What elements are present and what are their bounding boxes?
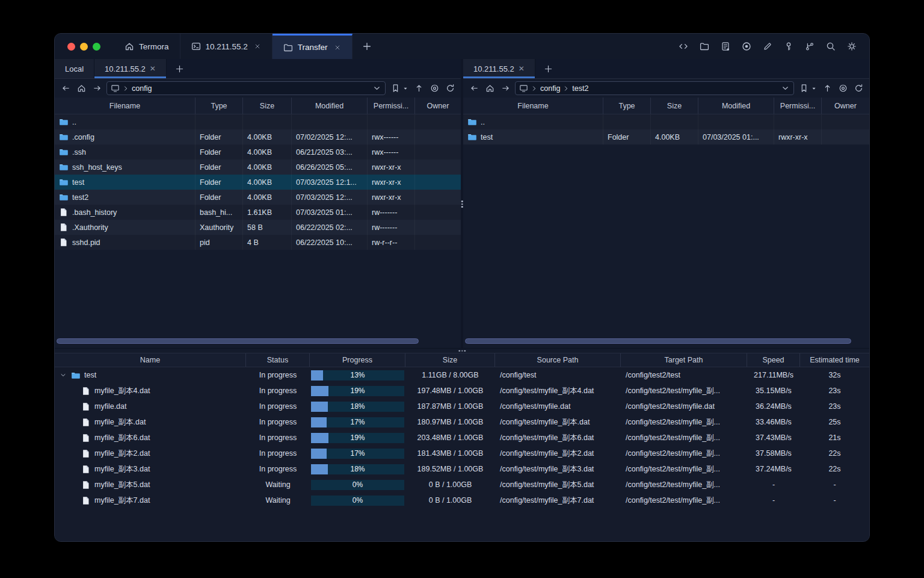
column-header-estimated-time[interactable]: Estimated time: [800, 353, 869, 367]
chevron-down-icon[interactable]: [372, 84, 381, 93]
caret-down-icon[interactable]: [402, 85, 409, 92]
caret-down-icon[interactable]: [810, 85, 818, 92]
progress-bar: 19%: [311, 386, 404, 396]
path-bar[interactable]: config: [106, 81, 386, 95]
file-row[interactable]: test Folder 4.00KB 07/03/2025 01:... rwx…: [463, 129, 869, 144]
folder-icon: [700, 42, 709, 51]
column-header-modified[interactable]: Modified: [698, 98, 774, 114]
bookmark-button[interactable]: [798, 82, 810, 95]
file-row[interactable]: ..: [463, 114, 869, 129]
column-header-speed[interactable]: Speed: [747, 353, 800, 367]
column-header-modified[interactable]: Modified: [292, 98, 368, 114]
tab-host-terminal[interactable]: 10.211.55.2: [180, 34, 273, 59]
chevron-down-icon[interactable]: [60, 371, 67, 379]
column-header-size[interactable]: Size: [243, 98, 292, 114]
file-row[interactable]: .Xauthority Xauthority 58 B 06/22/2025 0…: [55, 220, 461, 235]
new-panel-tab-button[interactable]: [535, 59, 561, 78]
transfer-row[interactable]: myfile_副本5.dat Waiting 0% 0 B / 1.00GB /…: [55, 477, 869, 493]
column-header-type[interactable]: Type: [603, 98, 651, 114]
path-segment[interactable]: test2: [572, 84, 588, 93]
new-panel-tab-button[interactable]: [167, 59, 192, 78]
file-icon: [81, 449, 90, 458]
column-header-permissions[interactable]: Permissi...: [774, 98, 822, 114]
log-button[interactable]: [719, 40, 732, 53]
file-row[interactable]: ..: [55, 114, 461, 129]
path-segment[interactable]: config: [540, 84, 560, 93]
refresh-button[interactable]: [852, 82, 864, 95]
tab-remote-host[interactable]: 10.211.55.2 ✕: [94, 59, 167, 78]
chevron-down-icon[interactable]: [781, 84, 790, 93]
search-button[interactable]: [824, 40, 837, 53]
file-row[interactable]: .bash_history bash_hi... 1.61KB 07/03/20…: [55, 205, 461, 220]
scrollbar-thumb[interactable]: [57, 338, 419, 344]
file-row[interactable]: .ssh Folder 4.00KB 06/21/2025 03:... rwx…: [55, 144, 461, 160]
settings-button[interactable]: [845, 40, 858, 53]
file-row-selected[interactable]: test Folder 4.00KB 07/03/2025 12:1... rw…: [55, 175, 461, 190]
tab-remote-host[interactable]: 10.211.55.2 ✕: [463, 59, 535, 78]
file-row[interactable]: ssh_host_keys Folder 4.00KB 06/26/2025 0…: [55, 160, 461, 175]
column-header-progress[interactable]: Progress: [310, 353, 405, 367]
tab-transfer[interactable]: Transfer: [273, 34, 353, 59]
forward-button[interactable]: [499, 82, 511, 95]
transfer-row[interactable]: myfile_副本.dat In progress 17% 180.97MB /…: [55, 414, 869, 430]
edit-button[interactable]: [761, 40, 774, 53]
column-header-target-path[interactable]: Target Path: [621, 353, 747, 367]
tab-local[interactable]: Local: [55, 59, 94, 78]
close-icon[interactable]: [334, 44, 341, 51]
column-header-owner[interactable]: Owner: [415, 98, 461, 114]
back-button[interactable]: [468, 82, 480, 95]
folder-button[interactable]: [698, 40, 711, 53]
transfer-row[interactable]: myfile_副本2.dat In progress 17% 181.43MB …: [55, 446, 869, 461]
folder-icon: [467, 117, 476, 126]
eye-icon: [430, 84, 439, 93]
file-row[interactable]: test2 Folder 4.00KB 07/03/2025 12:... rw…: [55, 190, 461, 205]
left-panel-toolbar: config: [55, 79, 461, 98]
back-button[interactable]: [60, 82, 72, 95]
close-icon[interactable]: [254, 43, 261, 50]
column-header-type[interactable]: Type: [196, 98, 243, 114]
column-header-filename[interactable]: Filename: [463, 98, 603, 114]
new-tab-button[interactable]: [353, 34, 381, 59]
transfer-row[interactable]: myfile_副本4.dat In progress 19% 197.48MB …: [55, 383, 869, 399]
column-header-name[interactable]: Name: [55, 353, 246, 367]
transfer-row[interactable]: test In progress 13% 1.11GB / 8.00GB /co…: [55, 367, 869, 383]
horizontal-splitter[interactable]: [55, 348, 869, 353]
upload-button[interactable]: [413, 82, 425, 95]
upload-button[interactable]: [821, 82, 833, 95]
show-hidden-button[interactable]: [837, 82, 849, 95]
close-window-button[interactable]: [67, 43, 75, 51]
tab-termora[interactable]: Termora: [114, 34, 180, 59]
column-header-filename[interactable]: Filename: [55, 98, 196, 114]
path-bar[interactable]: config test2: [515, 81, 794, 95]
horizontal-scrollbar[interactable]: [465, 338, 867, 344]
minimize-window-button[interactable]: [80, 43, 88, 51]
record-button[interactable]: [740, 40, 753, 53]
file-row[interactable]: sshd.pid pid 4 B 06/22/2025 10:... rw-r-…: [55, 235, 461, 250]
zoom-window-button[interactable]: [93, 43, 100, 51]
file-row[interactable]: .config Folder 4.00KB 07/02/2025 12:... …: [55, 129, 461, 144]
column-header-status[interactable]: Status: [246, 353, 310, 367]
column-header-size[interactable]: Size: [405, 353, 495, 367]
path-segment[interactable]: config: [132, 84, 152, 93]
transfer-row[interactable]: myfile_副本7.dat Waiting 0% 0 B / 1.00GB /…: [55, 493, 869, 508]
refresh-button[interactable]: [444, 82, 456, 95]
close-icon[interactable]: ✕: [150, 64, 156, 73]
transfer-row[interactable]: myfile.dat In progress 18% 187.87MB / 1.…: [55, 399, 869, 414]
transfer-row[interactable]: myfile_副本3.dat In progress 18% 189.52MB …: [55, 461, 869, 477]
forward-button[interactable]: [91, 82, 103, 95]
code-button[interactable]: [677, 40, 690, 53]
column-header-size[interactable]: Size: [651, 98, 698, 114]
keychain-button[interactable]: [803, 40, 816, 53]
home-button[interactable]: [75, 82, 87, 95]
transfer-row[interactable]: myfile_副本6.dat In progress 19% 203.48MB …: [55, 430, 869, 446]
home-button[interactable]: [484, 82, 496, 95]
show-hidden-button[interactable]: [428, 82, 440, 95]
bookmark-button[interactable]: [389, 82, 401, 95]
close-icon[interactable]: ✕: [519, 64, 525, 73]
column-header-permissions[interactable]: Permissi...: [368, 98, 415, 114]
key-button[interactable]: [782, 40, 795, 53]
column-header-source-path[interactable]: Source Path: [495, 353, 621, 367]
horizontal-scrollbar[interactable]: [57, 338, 459, 344]
scrollbar-thumb[interactable]: [465, 338, 851, 344]
column-header-owner[interactable]: Owner: [822, 98, 869, 114]
